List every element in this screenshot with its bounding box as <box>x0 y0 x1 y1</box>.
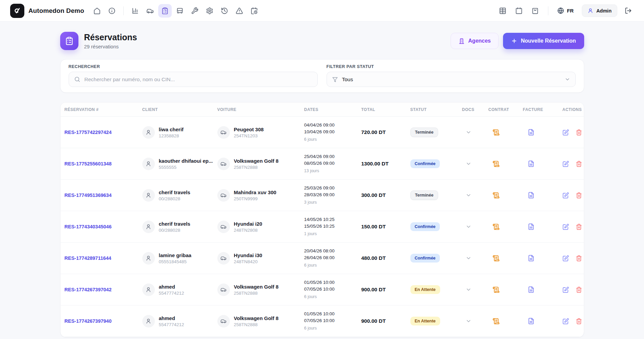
info-icon[interactable] <box>105 4 119 18</box>
calendar-icon[interactable] <box>512 4 526 18</box>
duration: 6 jours <box>304 136 357 143</box>
home-icon[interactable] <box>90 4 104 18</box>
delete-button[interactable] <box>576 192 582 199</box>
bus-icon[interactable] <box>173 4 187 18</box>
contract-button[interactable] <box>484 223 519 230</box>
docs-expand-button[interactable] <box>458 224 484 230</box>
settings-icon[interactable] <box>203 4 216 18</box>
reservation-id-link[interactable]: RES-1774267397940 <box>65 318 112 324</box>
brand[interactable]: Automedon Demo <box>10 4 84 18</box>
table-row: RES-1775255601348 kaouther dhifaoui ep..… <box>61 148 584 180</box>
date-end: 08/05/26 09:00 <box>304 160 357 167</box>
history-icon[interactable] <box>218 4 231 18</box>
car-model: Mahindra xuv 300 <box>234 189 277 195</box>
invoice-button[interactable] <box>519 255 558 262</box>
alerts-icon[interactable] <box>233 4 246 18</box>
status-badge: Terminée <box>410 190 438 200</box>
edit-button[interactable] <box>563 161 569 167</box>
table-icon[interactable] <box>496 4 509 18</box>
invoice-button[interactable] <box>519 318 558 324</box>
status-select[interactable]: Tous <box>327 72 576 87</box>
wrench-icon[interactable] <box>188 4 201 18</box>
invoice-button[interactable] <box>519 192 558 199</box>
invoice-button[interactable] <box>519 129 558 136</box>
reservations-icon[interactable] <box>158 4 172 18</box>
client-id: 5555555 <box>159 165 213 170</box>
user-icon <box>145 318 151 324</box>
delete-button[interactable] <box>576 161 582 167</box>
docs-expand-button[interactable] <box>458 255 484 261</box>
contract-button[interactable] <box>484 286 519 293</box>
contract-button[interactable] <box>484 192 519 199</box>
col-client: CLIENT <box>138 107 213 112</box>
invoice-icon <box>528 160 534 167</box>
reservation-id-link[interactable]: RES-1775255601348 <box>65 161 112 166</box>
contract-icon <box>493 192 500 199</box>
contract-button[interactable] <box>484 129 519 136</box>
delete-button[interactable] <box>576 129 582 136</box>
chevron-down-icon <box>466 255 472 261</box>
table-row: RES-1774951369634 cherif travels 00/2880… <box>61 180 584 211</box>
analytics-icon[interactable] <box>128 4 142 18</box>
edit-icon <box>563 161 569 167</box>
docs-expand-button[interactable] <box>458 161 484 167</box>
invoice-button[interactable] <box>519 160 558 167</box>
edit-button[interactable] <box>563 192 569 199</box>
col-total: TOTAL <box>357 107 406 112</box>
client-name: kaouther dhifaoui ep... <box>159 158 213 164</box>
reservation-id-link[interactable]: RES-1774340345046 <box>65 224 112 229</box>
table-row: RES-1775742297424 liwa cherif 12358828 P… <box>61 117 584 148</box>
client-name: cherif travels <box>159 189 190 195</box>
bag-icon[interactable] <box>528 4 542 18</box>
docs-expand-button[interactable] <box>458 287 484 293</box>
delete-button[interactable] <box>576 255 582 262</box>
reservation-id-link[interactable]: RES-1774951369634 <box>65 193 112 198</box>
delete-button[interactable] <box>576 287 582 293</box>
invoice-button[interactable] <box>519 223 558 230</box>
new-reservation-button[interactable]: Nouvelle Réservation <box>503 33 584 49</box>
docs-expand-button[interactable] <box>458 318 484 324</box>
edit-button[interactable] <box>563 129 569 136</box>
delete-button[interactable] <box>576 224 582 230</box>
search-label: RECHERCHER <box>69 64 318 69</box>
car-model: Peugeot 308 <box>234 127 264 132</box>
agences-button[interactable]: Agences <box>451 33 499 49</box>
car-icon <box>220 255 226 261</box>
contract-button[interactable] <box>484 255 519 262</box>
duration: 6 jours <box>304 294 357 300</box>
admin-menu[interactable]: Admin <box>582 4 617 17</box>
page-title: Réservations <box>84 32 137 42</box>
page-subtitle: 29 réservations <box>84 44 137 49</box>
date-start: 01/05/26 10:00 <box>304 311 357 317</box>
delete-button[interactable] <box>576 318 582 324</box>
top-navbar: Automedon Demo <box>0 0 644 22</box>
contract-button[interactable] <box>484 160 519 167</box>
nav-divider <box>123 6 124 15</box>
edit-button[interactable] <box>563 318 569 324</box>
edit-button[interactable] <box>563 224 569 230</box>
language-switcher[interactable]: FR <box>554 7 576 14</box>
contract-button[interactable] <box>484 318 519 325</box>
car-icon[interactable] <box>143 4 157 18</box>
date-end: 15/05/26 10:25 <box>304 223 357 230</box>
search-input[interactable] <box>85 76 312 83</box>
status-select-value: Tous <box>342 76 353 83</box>
docs-expand-button[interactable] <box>458 192 484 198</box>
invoice-button[interactable] <box>519 286 558 293</box>
reservation-id-link[interactable]: RES-1774289711644 <box>65 255 112 261</box>
date-start: 14/05/26 10:25 <box>304 216 357 223</box>
page-header: Réservations 29 réservations Agences Nou… <box>60 32 584 50</box>
filter-card: RECHERCHER FILTRER PAR STATUT Tous <box>60 59 584 93</box>
chevron-down-icon <box>466 287 472 293</box>
invoice-icon <box>528 318 534 324</box>
user-icon <box>145 287 151 293</box>
reservation-id-link[interactable]: RES-1775742297424 <box>65 130 112 135</box>
calendar-clock-icon[interactable] <box>247 4 261 18</box>
user-icon <box>145 129 151 135</box>
docs-expand-button[interactable] <box>458 129 484 135</box>
reservation-id-link[interactable]: RES-1774267397042 <box>65 287 112 292</box>
edit-button[interactable] <box>563 287 569 293</box>
logout-icon[interactable] <box>623 5 634 16</box>
duration: 1 jours <box>304 231 357 237</box>
edit-button[interactable] <box>563 255 569 262</box>
